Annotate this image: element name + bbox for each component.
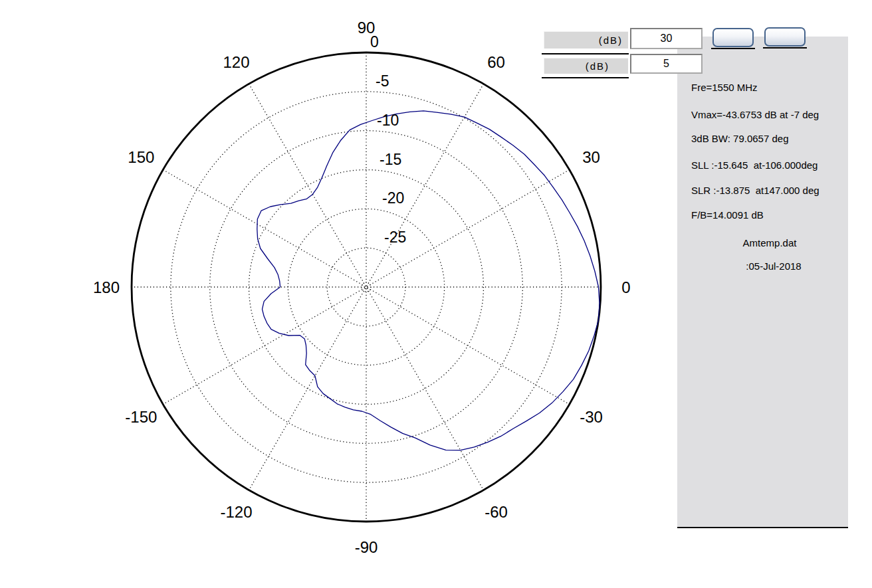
stat-frequency: Fre=1550 MHz — [691, 82, 855, 93]
pattern-curve — [257, 111, 600, 450]
measurement-date: :05-Jul-2018 — [707, 260, 840, 272]
button-underline — [711, 48, 755, 49]
db-range-label: (dB) — [544, 31, 628, 49]
toolbar-button-1[interactable] — [712, 28, 754, 47]
angle-tick-label: -60 — [485, 503, 508, 521]
stat-vmax: Vmax=-43.6753 dB at -7 deg — [691, 109, 855, 120]
stat-fb-ratio: F/B=14.0091 dB — [691, 209, 855, 221]
angle-tick-label: 60 — [487, 53, 505, 71]
db-tick-label: -20 — [382, 189, 404, 207]
center-ring — [362, 282, 371, 292]
angle-tick-label: -30 — [580, 408, 603, 426]
application-window: 0306090120150180-150-120-90-60-300-5-10-… — [0, 0, 872, 588]
db-grid-ring — [171, 92, 562, 482]
angle-tick-label: -150 — [125, 408, 157, 426]
angle-tick-label: -120 — [220, 503, 252, 521]
polar-plot: 0306090120150180-150-120-90-60-300-5-10-… — [0, 0, 671, 588]
db-step-input[interactable] — [630, 54, 703, 74]
toolbar-button-2[interactable] — [764, 27, 806, 47]
stat-sll: SLL :-15.645 at-106.000deg — [691, 159, 855, 171]
db-range-input[interactable] — [630, 28, 703, 49]
db-tick-label: -15 — [380, 151, 401, 168]
db-tick-label: 0 — [370, 33, 379, 50]
separator-line — [542, 53, 629, 54]
db-grid-ring — [249, 170, 484, 405]
angle-tick-label: 30 — [582, 148, 600, 166]
angle-tick-label: 180 — [93, 278, 120, 296]
db-step-label: (dB) — [544, 58, 628, 74]
angle-tick-label: -90 — [355, 538, 378, 556]
stat-3db-bw: 3dB BW: 79.0657 deg — [691, 133, 855, 144]
separator-line — [542, 77, 629, 78]
angle-tick-label: 120 — [223, 53, 249, 71]
db-tick-label: -10 — [377, 112, 399, 129]
db-tick-label: -25 — [384, 229, 406, 246]
db-grid-ring — [288, 209, 444, 365]
angle-tick-label: 0 — [621, 278, 630, 296]
stat-slr: SLR :-13.875 at147.000 deg — [691, 185, 855, 196]
angle-tick-label: 150 — [128, 148, 154, 166]
button-underline — [763, 47, 807, 49]
data-file-name: Amtemp.dat — [703, 237, 836, 248]
db-tick-label: -5 — [376, 72, 389, 90]
